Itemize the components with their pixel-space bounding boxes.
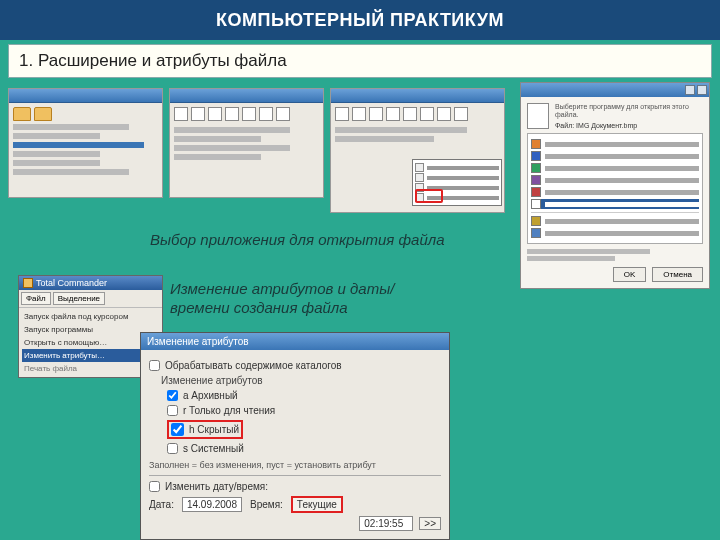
slide-title: КОМПЬЮТЕРНЫЙ ПРАКТИКУМ: [216, 10, 504, 31]
app-icon: [531, 175, 541, 185]
file-icon: [225, 107, 239, 121]
slide-title-bar: КОМПЬЮТЕРНЫЙ ПРАКТИКУМ: [0, 0, 720, 40]
folder-icon: [13, 107, 31, 121]
ow-filename: Файл: IMG Документ.bmp: [555, 122, 703, 129]
cancel-button[interactable]: Отмена: [652, 267, 703, 282]
file-icon: [276, 107, 290, 121]
ow-prompt: Выберите программу для открытия этого фа…: [555, 103, 703, 120]
thumb3-titlebar: [331, 89, 504, 103]
tc-titlebar: Total Commander: [19, 276, 162, 290]
cb-system[interactable]: s Системный: [167, 443, 441, 454]
attr-group-label: Изменение атрибутов: [161, 375, 441, 386]
file-icon: [242, 107, 256, 121]
cb-process-subfolders[interactable]: Обрабатывать содержимое каталогов: [149, 360, 441, 371]
date-field[interactable]: 14.09.2008: [182, 497, 242, 512]
app-icon: [531, 216, 541, 226]
task-text: 1. Расширение и атрибуты файла: [19, 51, 287, 70]
app-icon: [531, 163, 541, 173]
close-icon[interactable]: [697, 85, 707, 95]
file-icon: [420, 107, 434, 121]
separator: [149, 475, 441, 476]
menu-selection[interactable]: Выделение: [53, 292, 105, 305]
ok-button[interactable]: OK: [613, 267, 647, 282]
file-icon: [174, 107, 188, 121]
caption-attributes: Изменение атрибутов и даты/времени созда…: [170, 280, 430, 318]
attributes-dialog: Изменение атрибутов Обрабатывать содержи…: [140, 332, 450, 540]
highlight-annotation: [415, 189, 443, 203]
thumb1-titlebar: [9, 89, 162, 103]
help-icon[interactable]: [685, 85, 695, 95]
file-icon: [386, 107, 400, 121]
program-list[interactable]: [527, 133, 703, 244]
app-icon: [531, 199, 541, 209]
tc-title-text: Total Commander: [36, 278, 107, 288]
tc-app-icon: [23, 278, 33, 288]
time-field[interactable]: 02:19:55: [359, 516, 413, 531]
file-icon: [352, 107, 366, 121]
thumb-explorer-2: [169, 88, 324, 198]
menu-item[interactable]: Запуск программы: [22, 323, 159, 336]
app-icon: [415, 173, 424, 182]
menu-item[interactable]: Запуск файла под курсором: [22, 310, 159, 323]
attr-titlebar: Изменение атрибутов: [141, 333, 449, 350]
cb-readonly[interactable]: r Только для чтения: [167, 405, 441, 416]
menu-item[interactable]: Открыть с помощью…: [22, 336, 159, 349]
file-icon: [403, 107, 417, 121]
file-icon: [437, 107, 451, 121]
date-label: Дата:: [149, 499, 174, 510]
file-icon: [259, 107, 273, 121]
menu-file[interactable]: Файл: [21, 292, 51, 305]
menu-item[interactable]: Печать файла: [22, 362, 159, 375]
current-button[interactable]: Текущие: [291, 496, 343, 513]
cb-change-datetime[interactable]: Изменить дату/время:: [149, 481, 441, 492]
file-icon: [454, 107, 468, 121]
file-type-icon: [527, 103, 549, 129]
app-icon: [415, 163, 424, 172]
context-submenu: [412, 159, 502, 206]
tc-menu: Файл Выделение: [19, 290, 162, 308]
file-icon: [191, 107, 205, 121]
open-with-dialog: Выберите программу для открытия этого фа…: [520, 82, 710, 289]
ow-titlebar: [521, 83, 709, 97]
cb-archive[interactable]: a Архивный: [167, 390, 441, 401]
thumb-explorer-1: [8, 88, 163, 198]
menu-item-change-attrs[interactable]: Изменить атрибуты…: [22, 349, 159, 362]
app-icon: [531, 139, 541, 149]
cb-hidden[interactable]: [171, 423, 184, 436]
more-button[interactable]: >>: [419, 517, 441, 530]
task-heading: 1. Расширение и атрибуты файла: [8, 44, 712, 78]
file-icon: [369, 107, 383, 121]
attr-note: Заполнен = без изменения, пуст = установ…: [149, 460, 441, 470]
time-label: Время:: [250, 499, 283, 510]
folder-icon: [34, 107, 52, 121]
app-icon: [531, 228, 541, 238]
highlight-hidden-attr: h Скрытый: [167, 420, 243, 439]
file-icon: [335, 107, 349, 121]
thumb2-titlebar: [170, 89, 323, 103]
app-icon: [531, 187, 541, 197]
app-icon: [531, 151, 541, 161]
file-icon: [208, 107, 222, 121]
thumb-explorer-context: [330, 88, 505, 213]
